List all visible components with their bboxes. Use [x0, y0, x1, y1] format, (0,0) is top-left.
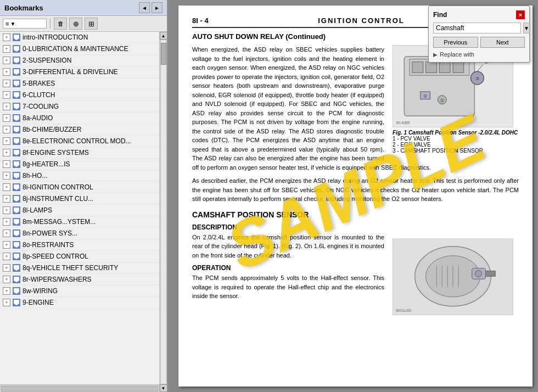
- expand-icon[interactable]: +: [3, 137, 10, 145]
- bookmark-icon: [13, 299, 20, 306]
- bookmark-item-6[interactable]: +6-CLUTCH: [0, 89, 159, 101]
- bookmark-item-8a[interactable]: +8a-AUDIO: [0, 113, 159, 124]
- bookmark-item-8q[interactable]: +8q-VEHICLE THEFT SECURITY: [0, 262, 159, 274]
- sidebar-nav-right[interactable]: ►: [152, 2, 162, 13]
- bookmark-item-8o[interactable]: +8o-RESTRAINTS: [0, 239, 159, 251]
- expand-icon[interactable]: +: [3, 195, 10, 203]
- bookmark-item-2[interactable]: +2-SUSPENSION: [0, 55, 159, 66]
- expand-icon[interactable]: +: [3, 241, 10, 249]
- scroll-down-btn[interactable]: ▼: [160, 384, 167, 392]
- bookmark-icon: [13, 149, 20, 156]
- bookmark-label: 0-LUBRICATION & MAINTENANCE: [23, 45, 128, 53]
- bookmark-item-8b[interactable]: +8b-CHIME/BUZZER: [0, 124, 159, 136]
- bookmark-icon: [13, 229, 20, 237]
- bookmark-item-7[interactable]: +7-COOLING: [0, 101, 159, 113]
- bookmark-label: 8m-MESSAG...YSTEM...: [23, 218, 96, 226]
- next-button[interactable]: Next: [480, 37, 525, 48]
- svg-rect-21: [485, 271, 495, 277]
- svg-rect-5: [439, 62, 450, 73]
- figure-1-label-1: 1 - PCV VALVE: [393, 136, 519, 142]
- expand-icon[interactable]: +: [3, 103, 10, 110]
- bookmark-item-intro[interactable]: +intro-INTRODUCTION: [0, 32, 159, 43]
- bookmark-item-8p[interactable]: +8p-SPEED CONTROL: [0, 251, 159, 262]
- bookmark-item-0[interactable]: +0-LUBRICATION & MAINTENANCE: [0, 43, 159, 55]
- sidebar-nav-left[interactable]: ◄: [139, 2, 150, 13]
- vertical-scrollbar[interactable]: ▲ ▼: [159, 32, 167, 392]
- bookmark-label: 8p-SPEED CONTROL: [23, 253, 88, 260]
- bookmark-icon: [13, 172, 20, 180]
- bookmark-item-8g[interactable]: +8g-HEATER...IS: [0, 159, 159, 170]
- properties-button[interactable]: ⊞: [85, 18, 98, 30]
- bookmark-item-8f[interactable]: +8f-ENGINE SYSTEMS: [0, 147, 159, 159]
- figure-2-image: 60G1c60: [393, 238, 513, 315]
- bookmark-label: 8q-VEHICLE THEFT SECURITY: [23, 264, 118, 272]
- expand-button[interactable]: ⊕: [69, 18, 82, 30]
- scroll-track: [160, 40, 167, 384]
- expand-icon[interactable]: +: [3, 218, 10, 226]
- previous-button[interactable]: Previous: [433, 37, 478, 48]
- bookmark-icon: [13, 103, 20, 110]
- hscroll-thumb[interactable]: [1, 386, 158, 391]
- bookmark-label: 6-CLUTCH: [23, 91, 55, 99]
- bookmark-item-8n[interactable]: +8n-POWER SYS...: [0, 228, 159, 239]
- find-bar-header: Find ×: [433, 10, 525, 19]
- figure-1-label-3: 3 - CAMSHAFT POSITION SENSOR: [393, 148, 519, 154]
- bookmark-label: 3-DIFFERENTIAL & DRIVELINE: [23, 68, 118, 76]
- find-close-button[interactable]: ×: [516, 10, 525, 19]
- bookmark-item-8e[interactable]: +8e-ELECTRONIC CONTROL MOD...: [0, 136, 159, 147]
- expand-icon[interactable]: +: [3, 160, 10, 168]
- bookmark-label: 8g-HEATER...IS: [23, 160, 70, 168]
- expand-icon[interactable]: +: [3, 206, 10, 214]
- horizontal-scrollbar[interactable]: [0, 384, 159, 392]
- scroll-up-btn[interactable]: ▲: [160, 32, 167, 40]
- bookmark-item-8w[interactable]: +8w-WIRING: [0, 285, 159, 297]
- bookmark-item-8r[interactable]: +8r-WIPERS/WASHERS: [0, 274, 159, 285]
- expand-icon[interactable]: +: [3, 45, 10, 53]
- find-input[interactable]: [433, 23, 521, 33]
- expand-icon[interactable]: +: [3, 299, 10, 306]
- dropdown-icon: ≡: [5, 20, 9, 27]
- expand-icon[interactable]: +: [3, 80, 10, 87]
- expand-icon[interactable]: +: [3, 276, 10, 283]
- expand-icon[interactable]: +: [3, 287, 10, 295]
- bookmark-label: 7-COOLING: [23, 103, 59, 110]
- bookmark-item-9[interactable]: +9-ENGINE: [0, 297, 159, 309]
- expand-icon[interactable]: +: [3, 57, 10, 64]
- bookmark-label: 8h-HO...: [23, 172, 47, 180]
- bookmark-label: intro-INTRODUCTION: [23, 33, 88, 41]
- replace-arrow-icon: ▶: [433, 52, 438, 58]
- expand-icon[interactable]: +: [3, 33, 10, 41]
- sidebar-title: Bookmarks: [4, 4, 43, 12]
- expand-icon[interactable]: +: [3, 183, 10, 191]
- scroll-thumb[interactable]: [161, 43, 166, 65]
- expand-icon[interactable]: +: [3, 91, 10, 99]
- expand-icon[interactable]: +: [3, 253, 10, 260]
- expand-icon[interactable]: +: [3, 172, 10, 180]
- bookmark-icon: [13, 33, 20, 41]
- bookmark-item-8l[interactable]: +8l-LAMPS: [0, 205, 159, 216]
- expand-icon[interactable]: +: [3, 126, 10, 133]
- bookmark-icon: [13, 183, 20, 191]
- expand-icon[interactable]: +: [3, 264, 10, 272]
- bookmark-item-8m[interactable]: +8m-MESSAG...YSTEM...: [0, 216, 159, 228]
- find-dropdown-button[interactable]: ▼: [523, 23, 530, 33]
- expand-icon[interactable]: +: [3, 229, 10, 237]
- description-heading: DESCRIPTION: [192, 223, 519, 231]
- bookmark-label: 8r-WIPERS/WASHERS: [23, 276, 92, 283]
- sidebar-toolbar: ≡ ▼ 🗑 ⊕ ⊞: [0, 16, 167, 32]
- find-buttons: Previous Next: [433, 37, 525, 48]
- bookmark-item-5[interactable]: +5-BRAKES: [0, 78, 159, 89]
- view-dropdown[interactable]: ≡ ▼: [3, 19, 47, 29]
- bookmark-item-8h[interactable]: +8h-HO...: [0, 170, 159, 182]
- bookmark-item-8j[interactable]: +8j-INSTRUMENT CLU...: [0, 193, 159, 205]
- expand-icon[interactable]: +: [3, 149, 10, 156]
- expand-icon[interactable]: +: [3, 114, 10, 122]
- svg-text:60-4085: 60-4085: [396, 121, 410, 125]
- main-content: Find × ▼ Previous Next ▶ Replace with SA…: [167, 0, 538, 392]
- svg-text:②: ②: [423, 94, 427, 99]
- bookmark-item-3[interactable]: +3-DIFFERENTIAL & DRIVELINE: [0, 66, 159, 78]
- bookmark-item-8i[interactable]: +8i-IGNITION CONTROL: [0, 182, 159, 193]
- delete-button[interactable]: 🗑: [54, 18, 67, 30]
- expand-icon[interactable]: +: [3, 68, 10, 76]
- bookmark-icon: [13, 80, 20, 87]
